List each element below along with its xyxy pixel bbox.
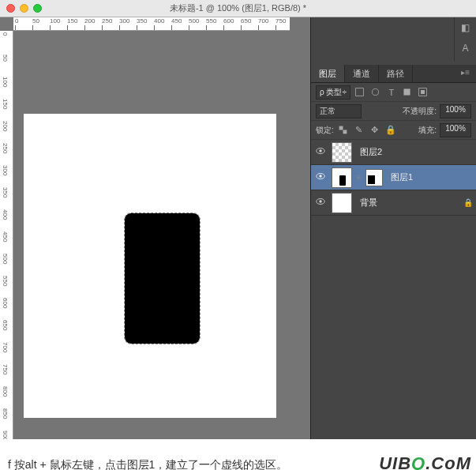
panel-tabs: 图层 通道 路径 ▸≡ <box>311 65 476 83</box>
canvas-area[interactable] <box>13 31 290 439</box>
fill-label: 填充: <box>418 125 437 136</box>
filter-adjust-icon[interactable] <box>369 86 382 99</box>
layer-name[interactable]: 图层1 <box>391 171 413 183</box>
ruler-tick: 250 <box>102 17 112 30</box>
ruler-tick: 150 <box>2 99 9 109</box>
visibility-toggle[interactable] <box>314 171 327 185</box>
layer-filter-row: ρ 类型 ÷ T <box>311 83 476 102</box>
lock-all-icon[interactable]: 🔒 <box>384 124 397 137</box>
filter-smart-icon[interactable] <box>417 86 429 99</box>
ruler-horizontal[interactable]: 0 50 100 150 200 250 300 350 400 450 500… <box>13 17 290 31</box>
canvas[interactable] <box>24 114 276 418</box>
ruler-tick: 550 <box>206 17 216 30</box>
fill-field[interactable]: 100% <box>440 123 471 137</box>
layer-mask-thumbnail[interactable] <box>365 169 383 186</box>
filter-pixel-icon[interactable] <box>354 86 366 99</box>
panels: 图层 通道 路径 ▸≡ ρ 类型 ÷ T 正常 不透明度: 100% 锁定: ✎… <box>310 17 476 439</box>
ruler-tick: 600 <box>223 17 234 30</box>
lock-pixels-icon[interactable]: ✎ <box>353 124 365 137</box>
document-title: 未标题-1 @ 100% (图层1, RGB/8) * <box>170 2 306 14</box>
ruler-tick: 700 <box>2 342 9 352</box>
ruler-tick: 800 <box>2 386 9 397</box>
layer-thumbnail[interactable] <box>332 142 352 163</box>
svg-rect-6 <box>343 130 347 134</box>
tab-paths[interactable]: 路径 <box>379 65 413 82</box>
tab-layers[interactable]: 图层 <box>311 65 345 82</box>
panel-icon[interactable]: A <box>455 38 476 58</box>
ruler-tick: 450 <box>171 17 182 30</box>
ruler-tick: 250 <box>2 143 9 153</box>
caption-text: f 按alt + 鼠标左键，点击图层1，建立了一个虚线的选区。 <box>8 458 287 470</box>
filter-text-icon[interactable]: T <box>385 86 398 99</box>
svg-point-12 <box>319 200 322 203</box>
lock-position-icon[interactable]: ✥ <box>369 124 381 137</box>
ruler-tick: 700 <box>258 17 268 30</box>
black-rounded-rectangle-selection[interactable] <box>125 213 200 344</box>
ruler-tick: 100 <box>2 77 9 87</box>
ruler-tick: 900 <box>2 431 9 439</box>
ruler-tick: 750 <box>2 364 9 374</box>
ruler-tick: 750 <box>275 17 286 30</box>
svg-point-10 <box>319 175 322 178</box>
layer-name[interactable]: 背景 <box>360 197 377 209</box>
close-button[interactable] <box>6 4 15 13</box>
ruler-tick: 0 <box>15 17 18 30</box>
svg-point-1 <box>373 88 379 95</box>
svg-point-8 <box>319 149 322 152</box>
lock-fill-row: 锁定: ✎ ✥ 🔒 填充: 100% <box>311 121 476 140</box>
link-icon: ⎘ <box>357 174 361 182</box>
layer-list: 图层2 ⎘ 图层1 背景 🔒 <box>311 140 476 216</box>
svg-rect-5 <box>339 126 343 130</box>
ruler-tick: 150 <box>67 17 77 30</box>
svg-rect-2 <box>404 88 410 95</box>
svg-rect-0 <box>356 88 364 96</box>
layer-type-filter[interactable]: ρ 类型 ÷ <box>316 85 350 100</box>
opacity-field[interactable]: 100% <box>440 104 471 118</box>
watermark: UIBQ.CoM <box>379 453 471 470</box>
ruler-tick: 650 <box>241 17 251 30</box>
panel-icon[interactable]: ◧ <box>455 17 476 38</box>
ruler-tick: 50 <box>32 17 39 30</box>
ruler-tick: 650 <box>2 320 9 330</box>
ruler-tick: 300 <box>2 165 9 175</box>
ruler-tick: 400 <box>2 209 9 220</box>
layer-row[interactable]: 背景 🔒 <box>311 190 476 216</box>
layer-name[interactable]: 图层2 <box>360 146 382 158</box>
ruler-tick: 0 <box>2 32 9 36</box>
zoom-button[interactable] <box>33 4 42 13</box>
ruler-vertical[interactable]: 0 50 100 150 200 250 300 350 400 450 500… <box>0 31 13 439</box>
filter-shape-icon[interactable] <box>401 86 414 99</box>
titlebar: 未标题-1 @ 100% (图层1, RGB/8) * <box>0 0 476 17</box>
tab-channels[interactable]: 通道 <box>345 65 379 82</box>
lock-transparency-icon[interactable] <box>337 124 350 137</box>
ruler-tick: 500 <box>2 254 9 264</box>
ruler-tick: 300 <box>119 17 129 30</box>
ruler-tick: 850 <box>2 408 9 419</box>
visibility-toggle[interactable] <box>314 145 327 160</box>
ruler-tick: 200 <box>2 121 9 131</box>
collapsed-panels-strip: ◧ A <box>454 17 476 61</box>
ruler-tick: 400 <box>154 17 164 30</box>
ruler-tick: 50 <box>2 55 9 62</box>
layer-thumbnail[interactable] <box>332 193 352 213</box>
ruler-tick: 200 <box>84 17 95 30</box>
ruler-tick: 550 <box>2 276 9 286</box>
blend-mode-select[interactable]: 正常 <box>316 104 362 118</box>
opacity-label: 不透明度: <box>403 106 437 117</box>
svg-rect-4 <box>422 90 425 94</box>
ruler-tick: 100 <box>50 17 60 30</box>
ruler-tick: 600 <box>2 298 9 308</box>
caption-area: f 按alt + 鼠标左键，点击图层1，建立了一个虚线的选区。 UIBQ.CoM <box>0 439 476 470</box>
visibility-toggle[interactable] <box>314 196 327 210</box>
lock-label: 锁定: <box>316 125 334 136</box>
panel-menu-icon[interactable]: ▸≡ <box>455 65 476 82</box>
layer-thumbnail[interactable] <box>332 167 352 188</box>
ruler-tick: 350 <box>137 17 147 30</box>
ruler-tick: 350 <box>2 187 9 197</box>
layer-row-selected[interactable]: ⎘ 图层1 <box>311 165 476 190</box>
blend-opacity-row: 正常 不透明度: 100% <box>311 102 476 121</box>
ruler-tick: 500 <box>189 17 199 30</box>
lock-icon: 🔒 <box>463 198 473 207</box>
minimize-button[interactable] <box>20 4 28 13</box>
layer-row[interactable]: 图层2 <box>311 140 476 165</box>
